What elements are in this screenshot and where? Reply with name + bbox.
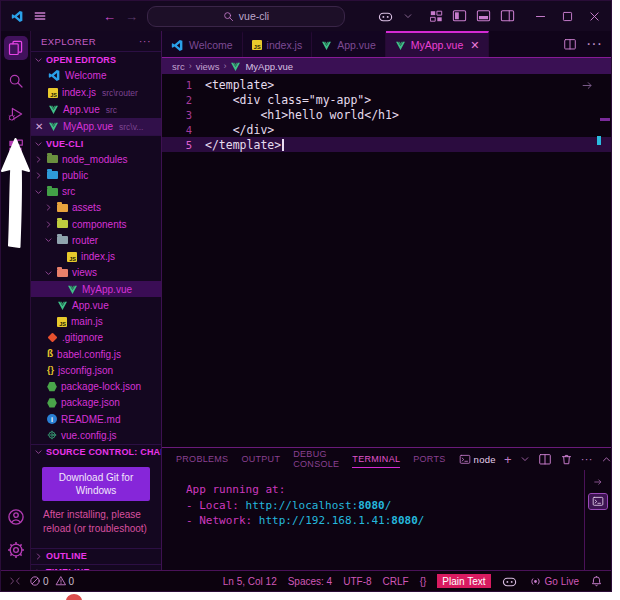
close-icon[interactable] — [588, 10, 601, 23]
tree-item-jsconfig-json[interactable]: {}jsconfig.json — [31, 362, 161, 378]
status-item-spaces-4[interactable]: Spaces: 4 — [288, 576, 332, 587]
terminal-tab-node-icon[interactable] — [589, 494, 607, 509]
js-icon: JS — [67, 252, 77, 262]
download-git-button[interactable]: Download Git for Windows — [42, 467, 150, 501]
split-editor-icon[interactable] — [563, 38, 577, 51]
error-icon — [29, 575, 41, 587]
titlebar: ← → vue-cli — [1, 1, 611, 31]
problems-summary[interactable]: 0 0 — [29, 575, 74, 587]
more-actions-icon[interactable]: ··· — [581, 453, 593, 465]
tree-item-index-js[interactable]: JSindex.js — [31, 249, 161, 265]
tree-item-gitignore[interactable]: .gitignore — [31, 330, 161, 346]
open-editor-welcome[interactable]: Welcome — [31, 67, 161, 84]
code-editor[interactable]: 1<template>2 <div class="my-app">3 <h1>h… — [162, 74, 611, 447]
text-cursor — [282, 139, 284, 151]
tree-item-node-modules[interactable]: node_modules — [31, 151, 161, 167]
terminal-profile-node[interactable]: node — [459, 454, 496, 465]
breadcrumb[interactable]: src›views›MyApp.vue — [162, 58, 611, 74]
terminal-line: - Local: http://localhost:8080/ — [186, 498, 584, 514]
terminal-text: 8080 — [358, 499, 385, 512]
toggle-sidebar-icon[interactable] — [452, 9, 467, 23]
remote-indicator-icon[interactable] — [9, 575, 21, 587]
breadcrumb-segment[interactable]: views — [196, 61, 220, 72]
maximize-icon[interactable] — [561, 10, 574, 23]
status-item-utf-8[interactable]: UTF-8 — [343, 576, 371, 587]
bell-icon[interactable] — [590, 575, 603, 588]
status-item-ln-5-col-12[interactable]: Ln 5, Col 12 — [223, 576, 277, 587]
overview-ruler-mark — [600, 118, 610, 121]
more-actions-icon[interactable]: ··· — [139, 35, 151, 47]
command-center-search[interactable]: vue-cli — [147, 6, 345, 27]
panel-tab-ports[interactable]: PORTS — [413, 450, 445, 468]
customize-layout-icon[interactable] — [430, 10, 443, 23]
new-terminal-icon[interactable]: + — [504, 452, 512, 467]
run-arrow-icon[interactable] — [581, 79, 595, 92]
tab-app-vue[interactable]: App.vue — [312, 31, 386, 57]
layout-controls — [430, 9, 515, 23]
status-item-[interactable]: {} — [420, 576, 427, 587]
tree-item-main-js[interactable]: JSmain.js — [31, 314, 161, 330]
open-editors-header[interactable]: OPEN EDITORS — [31, 51, 161, 67]
close-icon[interactable]: ✕ — [470, 39, 479, 52]
activitybar-item-account[interactable] — [4, 505, 28, 529]
tree-item-vue-config-js[interactable]: vue.config.js — [31, 427, 161, 443]
tree-item-label: babel.config.js — [57, 349, 121, 360]
chevron-down-icon[interactable] — [403, 11, 413, 21]
go-live-button[interactable]: Go Live — [529, 575, 579, 588]
tree-item-app-vue[interactable]: App.vue — [31, 297, 161, 313]
tree-item-readme-md[interactable]: iREADME.md — [31, 411, 161, 427]
panel-tab-terminal[interactable]: TERMINAL — [352, 450, 400, 468]
close-icon[interactable]: ✕ — [35, 122, 44, 131]
language-mode-badge[interactable]: Plain Text — [437, 574, 490, 588]
tree-item-myapp-vue[interactable]: MyApp.vue — [31, 281, 161, 297]
tab-index-js[interactable]: JSindex.js — [243, 31, 313, 57]
account-icon — [7, 508, 25, 526]
tree-item-router[interactable]: router — [31, 232, 161, 248]
tree-item-package-json[interactable]: package.json — [31, 395, 161, 411]
tree-item-babel-config-js[interactable]: ßbabel.config.js — [31, 346, 161, 362]
open-editor-myapp-vue[interactable]: ✕MyApp.vuesrc\v... — [31, 118, 161, 135]
maximize-panel-icon[interactable] — [601, 454, 612, 465]
copilot-icon[interactable] — [502, 574, 518, 589]
tree-item-public[interactable]: public — [31, 167, 161, 183]
tree-item-views[interactable]: views — [31, 265, 161, 281]
panel-tab-problems[interactable]: PROBLEMS — [176, 450, 228, 468]
breadcrumb-segment[interactable]: src — [172, 61, 185, 72]
outline-header[interactable]: OUTLINE — [31, 548, 161, 564]
panel-tab-output[interactable]: OUTPUT — [241, 450, 280, 468]
toggle-secondary-sidebar-icon[interactable] — [500, 9, 515, 23]
chevron-down-icon — [44, 235, 53, 245]
activitybar-item-settings[interactable] — [4, 538, 28, 562]
more-actions-icon[interactable]: ··· — [586, 35, 602, 53]
open-editor-app-vue[interactable]: App.vuesrc — [31, 101, 161, 118]
panel-tab-debug-console[interactable]: DEBUG CONSOLE — [293, 445, 339, 473]
source-control-header[interactable]: SOURCE CONTROL: CHAN... — [31, 444, 161, 460]
minimize-icon[interactable] — [534, 10, 547, 23]
project-root-header[interactable]: VUE-CLI — [31, 135, 161, 151]
activitybar-item-extensions[interactable] — [4, 135, 28, 159]
extensions-icon — [8, 139, 24, 155]
tab-myapp-vue[interactable]: MyApp.vue✕ — [386, 31, 490, 57]
copilot-icon[interactable] — [378, 9, 394, 24]
tree-item-label: README.md — [61, 414, 120, 425]
tree-item-components[interactable]: components — [31, 216, 161, 232]
tree-item-src[interactable]: src — [31, 184, 161, 200]
toggle-panel-icon[interactable] — [476, 9, 491, 23]
terminal-icon — [459, 454, 471, 465]
back-arrow-icon[interactable]: ← — [103, 9, 116, 24]
kill-terminal-icon[interactable] — [560, 453, 573, 466]
tab-welcome[interactable]: Welcome — [162, 31, 243, 57]
activitybar-item-explorer[interactable] — [4, 36, 28, 60]
activitybar-item-run-debug[interactable] — [4, 102, 28, 126]
open-editor-index-js[interactable]: JSindex.jssrc\router — [31, 84, 161, 101]
chevron-down-icon[interactable] — [520, 454, 530, 464]
tree-item-assets[interactable]: assets — [31, 200, 161, 216]
terminal-tab-shell-icon[interactable] — [589, 474, 607, 489]
breadcrumb-file[interactable]: MyApp.vue — [245, 61, 293, 72]
tree-item-package-lock-json[interactable]: package-lock.json — [31, 379, 161, 395]
split-terminal-icon[interactable] — [538, 453, 552, 466]
status-item-crlf[interactable]: CRLF — [383, 576, 409, 587]
terminal-body[interactable]: App running at:- Local: http://localhost… — [162, 470, 611, 570]
activitybar-item-search[interactable] — [4, 69, 28, 93]
menu-icon[interactable] — [33, 9, 47, 23]
